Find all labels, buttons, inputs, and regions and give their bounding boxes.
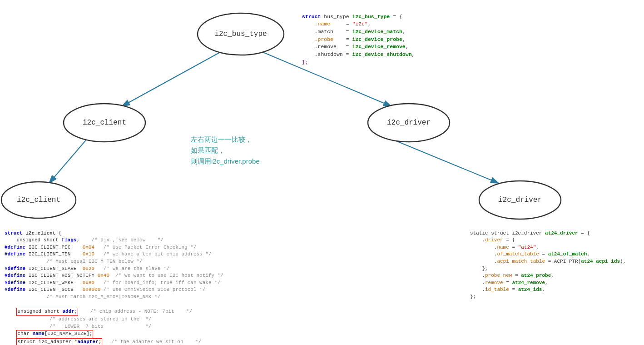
arrow-driver-mid-to-bot (391, 139, 499, 183)
arrow-client-mid-to-bot (49, 139, 87, 183)
code-bus-type: struct bus_type i2c_bus_type = { .name =… (302, 5, 415, 66)
node-driver-bot-label: i2c_driver (498, 196, 542, 204)
code-client-struct: struct i2c_client { unsigned short flags… (5, 223, 223, 345)
node-driver-mid-label: i2c_driver (387, 119, 431, 127)
node-client-mid-label: i2c_client (83, 119, 126, 127)
code-driver-struct: static struct i2c_driver at24_driver = {… (470, 223, 626, 301)
arrow-bus-to-client (122, 51, 223, 106)
node-bus-type-label: i2c_bus_type (214, 30, 267, 38)
annotation-text: 左右两边一一比较， 如果匹配， 则调用i2c_driver.probe (191, 134, 260, 167)
node-client-bot-label: i2c_client (17, 196, 60, 204)
